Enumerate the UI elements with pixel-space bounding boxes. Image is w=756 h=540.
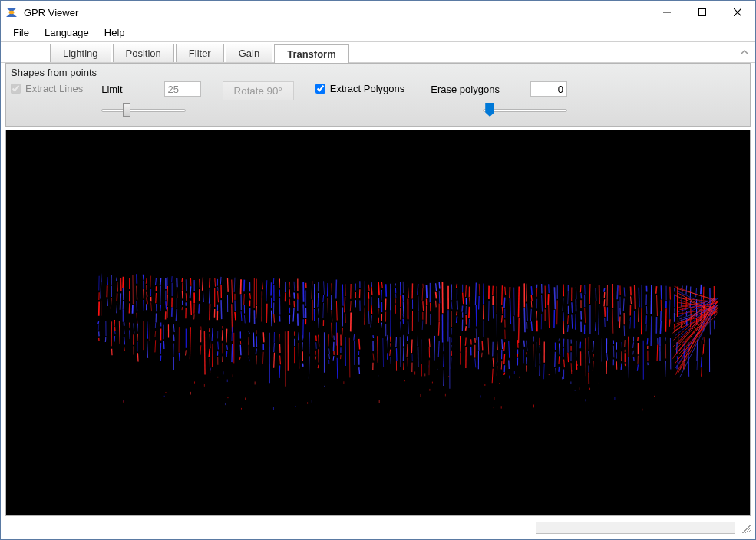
svg-line-306	[479, 296, 480, 309]
svg-line-489	[129, 330, 130, 339]
svg-rect-877	[520, 377, 520, 378]
svg-line-20	[117, 282, 118, 292]
svg-line-121	[241, 311, 242, 321]
maximize-button[interactable]	[685, 1, 720, 24]
svg-rect-864	[164, 396, 165, 397]
limit-slider[interactable]	[101, 101, 186, 120]
svg-line-705	[559, 338, 560, 341]
erase-polygons-field[interactable]	[530, 81, 567, 97]
svg-line-392	[605, 307, 606, 317]
svg-line-548	[249, 331, 249, 334]
svg-line-782	[702, 357, 702, 368]
tab-gain[interactable]: Gain	[226, 44, 272, 62]
svg-line-780	[702, 337, 702, 340]
svg-line-585	[319, 335, 319, 347]
svg-line-545	[240, 341, 241, 344]
erase-polygons-slider[interactable]	[483, 101, 567, 120]
tab-transform[interactable]: Transform	[274, 44, 349, 63]
svg-line-452	[690, 287, 691, 301]
menu-file[interactable]: File	[5, 25, 37, 40]
svg-rect-885	[343, 381, 344, 384]
svg-line-408	[631, 286, 632, 295]
close-button[interactable]	[720, 1, 755, 24]
svg-line-669	[492, 369, 493, 384]
svg-line-123	[244, 294, 245, 305]
svg-line-181	[323, 295, 324, 302]
svg-line-259	[423, 301, 424, 311]
svg-line-682	[509, 360, 510, 369]
svg-line-197	[345, 297, 345, 312]
tab-position[interactable]: Position	[113, 44, 174, 62]
svg-line-223	[381, 282, 382, 288]
svg-line-156	[294, 282, 295, 291]
minimize-button[interactable]	[649, 1, 685, 24]
tabstrip: Lighting Position Filter Gain Transform	[1, 42, 755, 62]
svg-rect-859	[233, 374, 233, 377]
svg-line-359	[563, 298, 563, 311]
svg-line-404	[624, 287, 625, 296]
svg-rect-844	[324, 386, 325, 387]
svg-line-448	[686, 286, 687, 295]
svg-line-24	[120, 293, 121, 309]
svg-rect-863	[642, 409, 642, 411]
extract-polygons-checkbox[interactable]	[315, 84, 325, 94]
rotate-90-button: Rotate 90°	[223, 81, 294, 100]
svg-line-589	[328, 334, 329, 346]
tab-lighting[interactable]: Lighting	[50, 44, 111, 62]
svg-line-687	[524, 341, 525, 347]
svg-line-157	[294, 292, 295, 298]
svg-line-94	[199, 304, 200, 314]
svg-line-617	[388, 341, 388, 351]
svg-line-456	[696, 288, 697, 297]
svg-line-311	[489, 301, 490, 321]
svg-line-542	[232, 344, 233, 362]
svg-line-336	[531, 286, 532, 295]
svg-line-606	[359, 339, 360, 350]
svg-line-272	[439, 291, 440, 304]
svg-line-647	[444, 370, 444, 386]
svg-line-283	[457, 284, 457, 288]
svg-line-485	[124, 329, 124, 335]
svg-line-286	[457, 311, 457, 315]
svg-line-587	[318, 365, 319, 368]
svg-line-580	[309, 356, 309, 378]
svg-line-347	[542, 295, 543, 312]
gpr-3d-viewport[interactable]	[5, 130, 751, 516]
svg-line-365	[568, 315, 569, 324]
svg-line-354	[554, 287, 555, 309]
resize-grip-icon[interactable]	[740, 522, 751, 533]
collapse-panel-icon[interactable]	[740, 47, 749, 58]
svg-line-664	[482, 341, 483, 350]
svg-rect-833	[379, 400, 380, 403]
svg-line-415	[639, 288, 639, 308]
menu-help[interactable]: Help	[97, 25, 133, 40]
svg-line-369	[572, 314, 573, 328]
svg-line-317	[502, 285, 503, 305]
svg-line-511	[173, 324, 174, 332]
svg-line-526	[209, 349, 210, 357]
svg-line-752	[633, 351, 634, 354]
svg-line-299	[470, 298, 470, 305]
svg-line-96	[203, 292, 203, 302]
svg-line-179	[319, 318, 319, 328]
svg-line-426	[656, 286, 657, 294]
svg-line-576	[302, 342, 303, 350]
svg-line-125	[244, 315, 245, 323]
extract-lines-label: Extract Lines	[25, 83, 83, 94]
svg-line-512	[173, 335, 174, 341]
svg-line-482	[114, 336, 115, 342]
svg-line-144	[274, 314, 275, 323]
svg-line-111	[228, 278, 229, 292]
svg-rect-866	[654, 396, 655, 397]
svg-line-615	[383, 338, 384, 367]
svg-rect-848	[295, 406, 295, 407]
svg-line-708	[559, 367, 560, 372]
tab-filter[interactable]: Filter	[176, 44, 224, 62]
svg-rect-867	[494, 407, 494, 408]
svg-line-445	[678, 318, 678, 344]
svg-line-76	[182, 278, 183, 282]
svg-line-398	[617, 285, 618, 299]
svg-line-596	[333, 356, 334, 361]
svg-line-559	[262, 352, 263, 364]
menu-language[interactable]: Language	[37, 25, 97, 40]
